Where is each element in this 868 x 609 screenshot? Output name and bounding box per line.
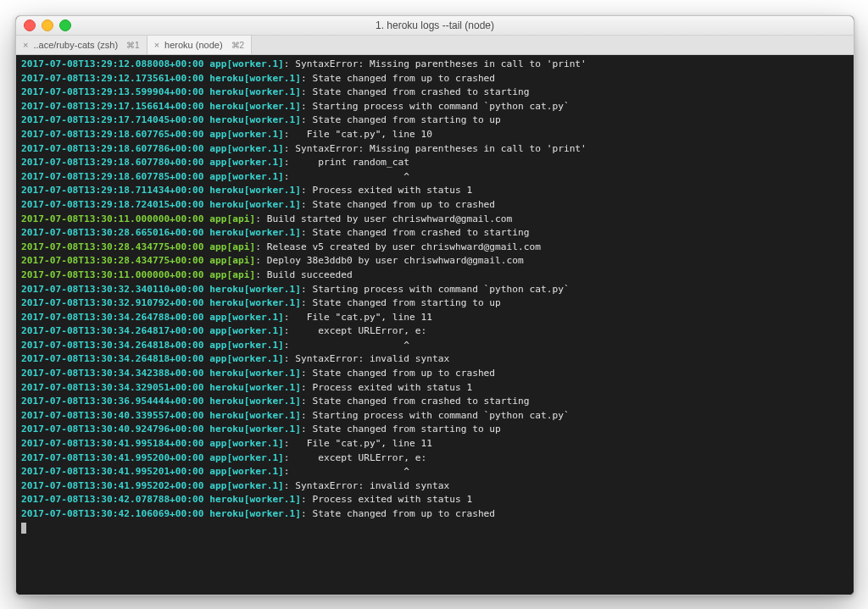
log-message: : Process exited with status 1 <box>301 185 472 196</box>
log-line: 2017-07-08T13:30:41.995184+00:00 app[wor… <box>21 437 849 451</box>
log-line: 2017-07-08T13:29:12.088008+00:00 app[wor… <box>21 58 849 72</box>
window-title: 1. heroku logs --tail (node) <box>16 19 854 31</box>
log-timestamp: 2017-07-08T13:30:11.000000+00:00 <box>21 213 204 224</box>
log-timestamp: 2017-07-08T13:30:42.106069+00:00 <box>21 508 204 519</box>
log-timestamp: 2017-07-08T13:30:41.995201+00:00 <box>21 466 204 477</box>
log-timestamp: 2017-07-08T13:30:11.000000+00:00 <box>21 269 204 280</box>
log-line: 2017-07-08T13:30:41.995200+00:00 app[wor… <box>21 451 849 466</box>
log-source: heroku[worker.1] <box>209 73 301 84</box>
log-message: : State changed from up to crashed <box>301 508 495 519</box>
terminal-output[interactable]: 2017-07-08T13:29:12.088008+00:00 app[wor… <box>16 55 854 595</box>
log-timestamp: 2017-07-08T13:29:18.724015+00:00 <box>21 199 204 210</box>
log-line: 2017-07-08T13:30:28.665016+00:00 heroku[… <box>21 226 849 241</box>
log-timestamp: 2017-07-08T13:30:41.995202+00:00 <box>21 480 204 491</box>
close-tab-icon[interactable]: × <box>154 40 159 50</box>
log-message: : Starting process with command `python … <box>301 410 570 421</box>
log-line: 2017-07-08T13:30:28.434775+00:00 app[api… <box>21 254 849 269</box>
log-source: heroku[worker.1] <box>209 424 301 435</box>
log-source: app[api] <box>209 213 255 224</box>
log-line: 2017-07-08T13:30:34.264817+00:00 app[wor… <box>21 324 849 339</box>
log-line: 2017-07-08T13:30:41.995201+00:00 app[wor… <box>21 465 849 479</box>
log-line: 2017-07-08T13:30:40.339557+00:00 heroku[… <box>21 409 849 424</box>
log-timestamp: 2017-07-08T13:29:17.714045+00:00 <box>21 114 204 125</box>
log-line: 2017-07-08T13:29:17.156614+00:00 heroku[… <box>21 100 849 114</box>
log-line: 2017-07-08T13:30:11.000000+00:00 app[api… <box>21 269 849 283</box>
traffic-lights <box>16 19 71 31</box>
log-timestamp: 2017-07-08T13:30:41.995200+00:00 <box>21 452 204 463</box>
log-line: 2017-07-08T13:30:32.910792+00:00 heroku[… <box>21 296 849 311</box>
log-source: heroku[worker.1] <box>209 101 301 112</box>
tab-ruby-cats[interactable]: × ..ace/ruby-cats (zsh) ⌘1 <box>16 36 147 54</box>
log-message: : State changed from starting to up <box>301 114 501 125</box>
log-source: app[worker.1] <box>209 58 284 69</box>
log-source: heroku[worker.1] <box>209 368 301 379</box>
log-message: : Process exited with status 1 <box>301 382 472 393</box>
log-source: app[worker.1] <box>209 171 284 182</box>
tab-label: ..ace/ruby-cats (zsh) <box>33 40 118 50</box>
log-source: app[worker.1] <box>209 438 284 449</box>
log-source: app[worker.1] <box>209 466 284 477</box>
log-source: app[worker.1] <box>209 452 284 463</box>
log-line: 2017-07-08T13:29:18.607780+00:00 app[wor… <box>21 156 849 170</box>
log-line: 2017-07-08T13:30:34.329051+00:00 heroku[… <box>21 381 849 396</box>
tab-heroku[interactable]: × heroku (node) ⌘2 <box>147 36 253 54</box>
log-timestamp: 2017-07-08T13:29:12.088008+00:00 <box>21 58 204 69</box>
log-timestamp: 2017-07-08T13:29:13.599904+00:00 <box>21 86 204 97</box>
log-line: 2017-07-08T13:30:32.340110+00:00 heroku[… <box>21 283 849 297</box>
log-timestamp: 2017-07-08T13:30:34.264788+00:00 <box>21 312 204 323</box>
log-line: 2017-07-08T13:30:34.264788+00:00 app[wor… <box>21 311 849 325</box>
log-timestamp: 2017-07-08T13:29:17.156614+00:00 <box>21 101 204 112</box>
log-line: 2017-07-08T13:30:28.434775+00:00 app[api… <box>21 241 849 255</box>
log-message: : ^ <box>284 171 409 182</box>
log-source: app[worker.1] <box>209 143 284 154</box>
log-line: 2017-07-08T13:29:17.714045+00:00 heroku[… <box>21 113 849 128</box>
log-message: : except URLError, e: <box>284 452 426 463</box>
log-message: : File "cat.py", line 11 <box>284 312 432 323</box>
log-message: : Starting process with command `python … <box>301 284 570 295</box>
close-tab-icon[interactable]: × <box>23 40 28 50</box>
log-timestamp: 2017-07-08T13:30:34.342388+00:00 <box>21 368 204 379</box>
log-line: 2017-07-08T13:29:18.607786+00:00 app[wor… <box>21 142 849 157</box>
log-source: app[worker.1] <box>209 312 284 323</box>
log-source: heroku[worker.1] <box>209 396 301 407</box>
tab-shortcut: ⌘2 <box>231 41 245 50</box>
log-message: : State changed from starting to up <box>301 297 501 308</box>
log-timestamp: 2017-07-08T13:30:41.995184+00:00 <box>21 438 204 449</box>
log-timestamp: 2017-07-08T13:30:40.924796+00:00 <box>21 424 204 435</box>
zoom-icon[interactable] <box>59 19 71 31</box>
close-icon[interactable] <box>24 19 36 31</box>
log-source: heroku[worker.1] <box>209 227 301 238</box>
log-timestamp: 2017-07-08T13:29:18.607765+00:00 <box>21 129 204 140</box>
log-timestamp: 2017-07-08T13:29:18.607786+00:00 <box>21 143 204 154</box>
log-line: 2017-07-08T13:30:11.000000+00:00 app[api… <box>21 213 849 227</box>
log-timestamp: 2017-07-08T13:30:36.954444+00:00 <box>21 396 204 407</box>
log-timestamp: 2017-07-08T13:30:32.340110+00:00 <box>21 284 204 295</box>
log-source: app[api] <box>209 255 255 266</box>
log-source: app[worker.1] <box>209 157 284 168</box>
log-timestamp: 2017-07-08T13:29:18.607780+00:00 <box>21 157 204 168</box>
log-source: heroku[worker.1] <box>209 86 301 97</box>
log-source: app[api] <box>209 241 255 252</box>
log-timestamp: 2017-07-08T13:29:18.607785+00:00 <box>21 171 204 182</box>
log-source: app[worker.1] <box>209 480 284 491</box>
log-line: 2017-07-08T13:29:18.724015+00:00 heroku[… <box>21 198 849 213</box>
log-line: 2017-07-08T13:29:18.711434+00:00 heroku[… <box>21 184 849 198</box>
log-source: heroku[worker.1] <box>209 199 301 210</box>
log-line: 2017-07-08T13:30:42.106069+00:00 heroku[… <box>21 507 849 522</box>
log-source: heroku[worker.1] <box>209 185 301 196</box>
log-source: heroku[worker.1] <box>209 508 301 519</box>
log-line <box>21 522 849 536</box>
tab-shortcut: ⌘1 <box>126 41 140 50</box>
log-line: 2017-07-08T13:30:34.264818+00:00 app[wor… <box>21 352 849 367</box>
log-line: 2017-07-08T13:30:40.924796+00:00 heroku[… <box>21 423 849 437</box>
log-message: : State changed from crashed to starting <box>301 86 529 97</box>
minimize-icon[interactable] <box>42 19 53 31</box>
log-message: : Starting process with command `python … <box>301 101 570 112</box>
log-timestamp: 2017-07-08T13:30:28.665016+00:00 <box>21 227 204 238</box>
log-timestamp: 2017-07-08T13:30:34.264818+00:00 <box>21 340 204 351</box>
titlebar[interactable]: 1. heroku logs --tail (node) <box>16 16 854 36</box>
tabbar: × ..ace/ruby-cats (zsh) ⌘1 × heroku (nod… <box>16 36 854 55</box>
log-timestamp: 2017-07-08T13:30:32.910792+00:00 <box>21 297 204 308</box>
log-source: heroku[worker.1] <box>209 284 301 295</box>
log-timestamp: 2017-07-08T13:30:34.264817+00:00 <box>21 325 204 336</box>
